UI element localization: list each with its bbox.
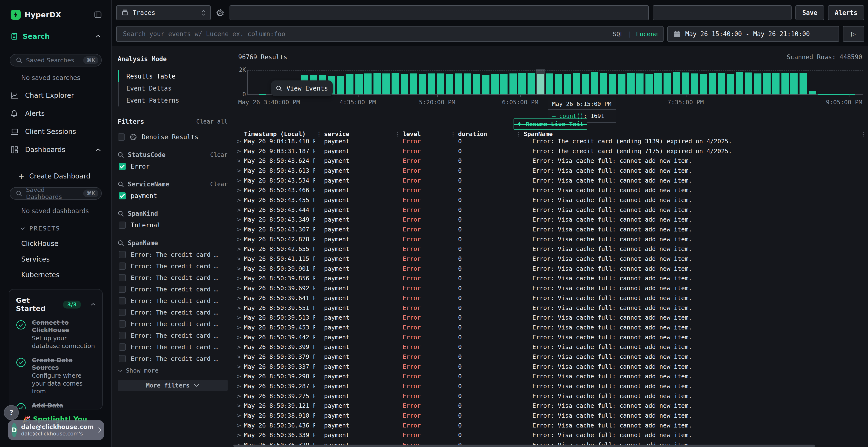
histogram-bar[interactable] (809, 91, 816, 94)
table-row[interactable]: >May 26 8:50:43.455 PM paymentError0Erro… (234, 195, 868, 205)
filter-option[interactable]: Error: The credit card … (118, 263, 227, 270)
histogram-bar[interactable] (627, 73, 634, 94)
expand-row-icon[interactable]: > (237, 256, 241, 262)
histogram-bar[interactable] (663, 73, 671, 94)
get-started-item[interactable]: Add Data Start sending logs, metrics, or… (16, 402, 95, 410)
create-dashboard-button[interactable]: + Create Dashboard (18, 172, 112, 180)
expand-row-icon[interactable]: > (237, 413, 241, 419)
expand-row-icon[interactable]: > (237, 344, 241, 350)
checkbox[interactable] (119, 297, 126, 304)
expand-row-icon[interactable]: > (237, 285, 241, 291)
table-row[interactable]: >May 26 8:50:39.399 PM paymentError0Erro… (234, 342, 868, 352)
histogram-bar[interactable] (537, 74, 544, 94)
expand-row-icon[interactable]: > (237, 275, 241, 281)
table-row[interactable]: >May 26 9:03:31.187 PM paymentError0Erro… (234, 146, 868, 156)
checkbox[interactable] (119, 320, 126, 328)
get-started-header[interactable]: Get Started 3/3 (16, 296, 95, 313)
clear-all-filters-button[interactable]: Clear all (196, 118, 227, 125)
table-row[interactable]: >May 26 8:50:39.551 PM paymentError0Erro… (234, 303, 868, 313)
analysis-mode-results-table[interactable]: Results Table (118, 70, 227, 82)
histogram-bar[interactable] (392, 73, 399, 94)
filter-option[interactable]: Internal (118, 221, 227, 229)
more-filters-button[interactable]: More filters (118, 380, 227, 391)
saved-dashboards-input[interactable]: Saved Dashboards ⌘K (10, 187, 102, 200)
expand-row-icon[interactable]: > (237, 295, 241, 301)
analysis-mode-event-patterns[interactable]: Event Patterns (119, 94, 227, 106)
expand-row-icon[interactable]: > (237, 354, 241, 360)
table-row[interactable]: >May 26 8:50:39.856 PM paymentError0Erro… (234, 274, 868, 283)
expand-row-icon[interactable]: > (237, 305, 241, 311)
alerts-button[interactable]: Alerts (828, 5, 864, 20)
histogram-bar[interactable] (373, 73, 381, 94)
histogram-bar[interactable] (401, 74, 408, 94)
get-started-item[interactable]: Connect to ClickHouse Set up your databa… (16, 319, 95, 350)
histogram-bar[interactable] (346, 74, 353, 94)
histogram-bar[interactable] (636, 73, 644, 94)
sql-mode-toggle[interactable]: SQL (613, 31, 623, 38)
filter-option[interactable]: Error: The credit card … (118, 343, 227, 351)
order-by-editor[interactable] (653, 5, 792, 20)
histogram-bar[interactable] (736, 72, 743, 94)
expand-row-icon[interactable]: > (237, 432, 241, 438)
expand-row-icon[interactable]: > (237, 158, 241, 164)
expand-row-icon[interactable]: > (237, 168, 241, 174)
checkbox[interactable] (119, 163, 126, 170)
checkbox[interactable] (119, 251, 126, 258)
expand-row-icon[interactable]: > (237, 403, 241, 409)
histogram-bar[interactable] (727, 74, 734, 94)
table-row[interactable]: >May 26 8:50:41.115 PM paymentError0Erro… (234, 254, 868, 264)
resume-live-tail-button[interactable]: Resume Live Tail (514, 118, 587, 130)
table-row[interactable]: >May 26 8:50:36.339 PM paymentError0Erro… (234, 431, 868, 440)
search-input[interactable] (116, 26, 663, 42)
source-select[interactable]: Traces (116, 5, 211, 20)
filter-option[interactable]: Error: The credit card … (118, 286, 227, 293)
expand-row-icon[interactable]: > (237, 148, 241, 154)
expand-row-icon[interactable]: > (237, 227, 241, 232)
table-row[interactable]: >May 26 8:50:42.878 PM paymentError0Erro… (234, 234, 868, 244)
run-query-button[interactable]: ▷ (843, 26, 864, 42)
histogram-bar[interactable] (337, 76, 344, 94)
histogram-bar[interactable] (573, 73, 580, 94)
expand-row-icon[interactable]: > (237, 334, 241, 340)
expand-row-icon[interactable]: > (237, 422, 241, 428)
histogram-bar[interactable] (790, 73, 798, 94)
get-started-item[interactable]: Create Data Sources Configure where your… (16, 356, 95, 396)
histogram-bar[interactable] (364, 73, 372, 94)
denoise-checkbox[interactable] (118, 133, 125, 141)
histogram-bar[interactable] (591, 72, 598, 94)
histogram-bar[interactable] (546, 73, 553, 94)
histogram-bar[interactable] (355, 74, 363, 94)
filter-option[interactable]: Error: The credit card … (118, 251, 227, 258)
clear-servicename-button[interactable]: Clear (210, 181, 227, 187)
filter-option[interactable]: payment (118, 192, 227, 199)
table-row[interactable]: >May 26 8:50:39.901 PM paymentError0Erro… (234, 264, 868, 274)
histogram-bar[interactable] (428, 73, 435, 94)
histogram-bar[interactable] (654, 73, 661, 94)
table-row[interactable]: >May 26 8:50:43.613 PM paymentError0Erro… (234, 166, 868, 176)
show-more-button[interactable]: Show more (118, 367, 227, 374)
checkbox[interactable] (119, 274, 126, 281)
expand-row-icon[interactable]: > (237, 197, 241, 203)
table-row[interactable]: >May 26 8:50:39.442 PM paymentError0Erro… (234, 332, 868, 342)
histogram-bar[interactable] (682, 72, 689, 94)
source-settings-gear-icon[interactable] (215, 9, 226, 17)
histogram-bar[interactable] (419, 74, 426, 94)
histogram-bar[interactable] (491, 74, 499, 94)
user-menu[interactable]: D dale@clickhouse.com dale@clickhouse.co… (8, 420, 104, 440)
expand-row-icon[interactable]: > (237, 393, 241, 399)
histogram-bar[interactable] (754, 73, 762, 94)
expand-row-icon[interactable]: > (237, 324, 241, 331)
histogram-bar[interactable] (800, 73, 807, 94)
histogram-bar[interactable] (763, 73, 771, 94)
table-row[interactable]: >May 26 8:50:39.692 PM paymentError0Erro… (234, 283, 868, 293)
histogram-bar[interactable] (509, 73, 517, 94)
histogram-bar[interactable] (500, 74, 507, 94)
histogram-bar[interactable] (646, 74, 653, 94)
histogram-bar[interactable] (555, 74, 562, 94)
checkbox[interactable] (119, 309, 126, 316)
filter-option[interactable]: Error (118, 163, 227, 170)
expand-row-icon[interactable]: > (237, 236, 241, 242)
filter-option[interactable]: Error: The credit card … (118, 320, 227, 328)
histogram-bar[interactable] (410, 73, 417, 94)
expand-row-icon[interactable]: > (237, 246, 241, 252)
